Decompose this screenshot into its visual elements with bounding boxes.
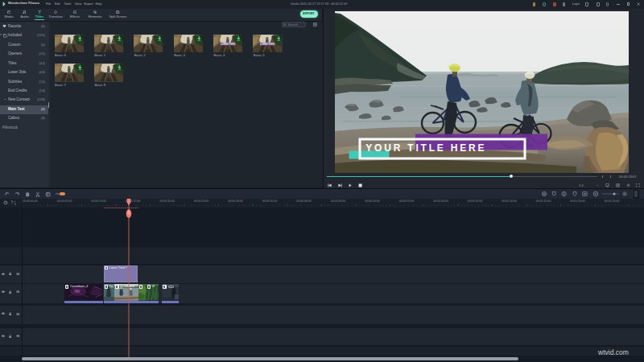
svg-text:LOWER THIRD: LOWER THIRD [260,43,275,46]
svg-text:YOUR TITLE HERE: YOUR TITLE HERE [365,142,486,153]
svg-text:LOWER THIRD: LOWER THIRD [221,43,236,46]
